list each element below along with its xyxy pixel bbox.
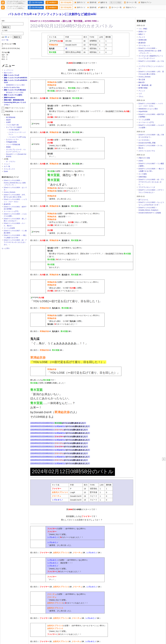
update-history-link[interactable]: アシッド <box>137 90 164 92</box>
atwiki-logo[interactable]: @ <box>1 1 5 4</box>
victory-time-link[interactable]: (2024年02月12日04時57分) <box>31 422 53 424</box>
atwiki-logo[interactable]: @ <box>1 6 5 10</box>
recent-page-link[interactable]: D2ndテストXその3831 ～絶対干渉の復讐劇～ <box>2 206 27 210</box>
header-link-new-page[interactable]: 新規作成 <box>87 6 96 9</box>
update-history-link[interactable]: 零の玉将 <box>137 78 164 81</box>
recent-page-link[interactable]: 綢ｪ綢ｿ繧ｫ <box>2 203 27 205</box>
update-history-link[interactable]: 縺「綢ｫ縺ｷ綢」綢 <box>137 84 164 86</box>
page-search-input[interactable]: ページ検索 <box>109 1 122 4</box>
update-history-link[interactable]: 綢ｪ綢ｿ繧ｫ <box>137 42 164 44</box>
tag-search-button[interactable]: 検索する <box>13 36 22 39</box>
update-history-link[interactable]: D2ndテストXその3822 ～Amiable,Advisor, Analyti… <box>137 206 164 211</box>
sidebar-menu-item[interactable]: バトロイニュースヘッドライン <box>2 131 27 136</box>
sidebar-menu-item[interactable]: バトロイ駄弁り板 <box>2 124 27 126</box>
sidebar-menu-item[interactable]: 直轄バトルロイヤルR-変幻自在 <box>2 89 27 91</box>
update-history-link[interactable]: 珠洲島有栖 <box>137 39 164 41</box>
wiki-recruit-button[interactable]: wiki募集中! <box>45 6 58 9</box>
or-radio[interactable] <box>10 36 12 38</box>
update-history-link[interactable]: D2ndテストXその3824 ～ステラソラだってやれるんだ～ <box>137 189 164 194</box>
sidebar-menu-item[interactable]: カオスバトルロイヤル <box>2 86 27 88</box>
update-history-link[interactable]: Donald-2nd/D2ndテスト語録集 <box>137 212 164 214</box>
update-history-link[interactable]: ヴァイオレット <box>137 44 164 47</box>
recent-page-link[interactable]: D2ndテストXその3832 ～ ハイウェイ・スター その1～ <box>2 198 27 203</box>
recent-page-link[interactable]: Access_Denieds <box>2 191 27 193</box>
update-history-link[interactable]: プラズマメロンソーダ <box>137 186 164 188</box>
update-history-link[interactable]: WithBOSSリクエスト受付 <box>137 108 164 110</box>
victory-time-link[interactable]: (2024年02月12日03時47分) <box>31 442 53 444</box>
sidebar-menu-item[interactable]: 変幻自在リクエスト受付 <box>2 92 27 94</box>
header-link-guide[interactable]: 操作ガイド <box>74 6 86 9</box>
wiki-name-truncated[interactable]: バトルロイヤルR＋α ファン フィクション(二次創作な... <box>7 1 26 4</box>
sidebar-menu-item[interactable]: 旧wiki <box>2 170 27 172</box>
victory-time-link[interactable]: (2024年02月12日04時33分) <box>31 429 53 431</box>
update-history-link[interactable]: 柚鳥ナツ <box>137 33 164 36</box>
wiki-recruit-button[interactable]: wiki募集中! <box>45 1 58 4</box>
recent-page-link[interactable]: D2ndテストXその3826 ～一般人でも制覇できるデ杯～ <box>2 234 27 239</box>
sidebar-menu-item[interactable]: 代理編集依頼板 <box>2 141 27 143</box>
ad-close-button[interactable]: ✕ <box>162 458 165 461</box>
update-history-link[interactable]: ルイネロの占い <box>137 139 164 141</box>
sidebar-menu-item[interactable]: 直轄バトルロイヤルR-withBOSS <box>2 77 27 79</box>
update-history-link[interactable]: D2ndテストXその3826 ～一般人でも制覇できるデ杯～ <box>137 168 164 172</box>
see-more-link[interactable]: もっと見る <box>2 247 10 250</box>
victory-time-link[interactable]: (2024年02月12日03時24分) <box>31 449 53 451</box>
sidebar-menu-item[interactable]: バトルロイヤルRP-Long <box>2 136 27 138</box>
sidebar-menu-item[interactable]: ガンダムブレイカー3 バトロイヤーズラウンジ <box>2 148 27 153</box>
update-history-link[interactable]: 安栖沢香恋 <box>137 176 164 178</box>
sidebar-menu-item[interactable]: タグ一覧 <box>2 166 27 168</box>
update-history-link[interactable]: 月影のボス全集 <box>137 157 164 159</box>
recent-page-link[interactable]: D2ndテストXその3835 ～Access_Deniedの知らない怠惰（アケデ… <box>2 180 27 186</box>
sidebar-menu-item[interactable]: キャラなりきり雑談所 <box>2 126 27 128</box>
update-history-link[interactable]: リズ <box>137 92 164 95</box>
update-history-link[interactable]: D2ndテストXその3833 ～夕方、苦汁をなめた屍人の意地～ <box>137 70 164 75</box>
header-link-edit[interactable]: 編集する <box>98 1 107 4</box>
update-history-link[interactable]: 蟷ｻ蝿?ｫ懷錘 <box>137 87 164 89</box>
victory-time-link[interactable]: (2024年02月12日04時21分) <box>31 432 53 434</box>
sidebar-menu-item[interactable]: トップページ <box>2 69 27 71</box>
sidebar-menu-item[interactable]: メンバー専用掲示板 <box>2 144 27 146</box>
victory-time-link[interactable]: (2024年02月12日04時45分) <box>31 425 53 427</box>
recent-page-link[interactable]: エーペルージュ[???] <box>2 210 27 212</box>
header-link-edit[interactable]: 編集する <box>98 6 107 9</box>
victory-time-link[interactable]: (2024年02月12日02時56分) <box>31 459 53 461</box>
victory-time-link[interactable]: (2024年02月12日03時03分) <box>31 456 53 458</box>
update-history-link[interactable]: Access_Denieds <box>137 76 164 78</box>
sidebar-menu-item[interactable]: 初めての方へ <box>2 72 27 74</box>
victory-time-link[interactable]: (2024年02月12日04時10分) <box>31 436 53 438</box>
sidebar-menu-item[interactable]: 会議室 <box>2 121 27 124</box>
sidebar-menu-item[interactable]: 直轄バトルロイヤル(無印) <box>2 94 27 96</box>
search-button[interactable]: 検索する <box>2 26 11 29</box>
sidebar-menu-item[interactable]: 愚痴板 <box>2 146 27 148</box>
update-history-link[interactable]: ヴルム <box>137 95 164 98</box>
sidebar-menu-item[interactable]: メニュー <box>2 163 27 165</box>
recent-page-link[interactable]: D2ndテストXその3833 ～夕方、苦汁をなめた屍人の意地～ <box>2 194 27 198</box>
hide-ads-button[interactable]: 広告非表示(β版) <box>28 1 44 4</box>
tag-list-link[interactable]: (タグ一覧) <box>2 39 9 41</box>
update-history-link[interactable]: D2ndテストXその3828 ～スバル、踏み台～ <box>137 144 164 149</box>
header-link-new-page[interactable]: 新規作成 <box>87 1 96 4</box>
update-history-link[interactable]: 超てんちゃん <box>137 198 164 201</box>
suggestion-box-button[interactable]: 目安箱(β版) <box>60 1 73 4</box>
recent-page-link[interactable]: D2ndテストXその3828 ～スバル、踏み台～ <box>2 222 27 227</box>
search-input[interactable] <box>2 22 23 25</box>
update-history-link[interactable]: D2ndテストXその3832 ～ ハイウェイ・スター その1～ <box>137 102 164 107</box>
update-history-link[interactable]: リル（神威） <box>137 28 164 30</box>
recent-page-link[interactable]: D2ndテストXその3834 ～まいづる～ <box>2 186 27 191</box>
update-history-link[interactable]: D2ndテストXその3825 ～続・プラズマポケモンのくせになまいきだ。～ <box>137 178 164 186</box>
update-history-link[interactable]: D2ndテストXその3829 ～遺して巣立つその日まで～ <box>137 134 164 138</box>
update-history-link[interactable]: D2ndテストXその3831 ～絶対干渉の復讐劇～ <box>137 113 164 118</box>
and-radio[interactable] <box>5 36 7 38</box>
recent-page-link[interactable]: D2ndテストXその3829 ～遺して巣立つその日まで～ <box>2 218 27 222</box>
author-cell[interactable]: 戒 <box>64 47 82 50</box>
recent-page-link[interactable]: D2ndテストXその3830 ～メルセデスの逆襲～ <box>2 213 27 218</box>
page-title[interactable]: バトルロイヤルR＋α ファンフィクション(二次創作など)総合wiki <box>0 10 166 18</box>
victory-time-link[interactable]: (2024年02月12日03時58分) <box>31 439 53 441</box>
update-history-link[interactable]: D2ndテストXその3823 ～ちょとつもうしんのねずみみうさぎ～ <box>137 201 164 206</box>
update-history-link[interactable]: oratrio <box>137 160 164 162</box>
header-link-login[interactable]: 登録/ログイン <box>138 1 151 4</box>
update-history-link[interactable]: Donald-2nd-R/隠し要素 <box>137 142 164 144</box>
update-history-link[interactable]: キャラなりきり雑談所/inグレートニューワンダーランド <box>137 55 164 60</box>
recent-page-link[interactable]: りくぐん兵器類 <box>2 227 27 229</box>
update-history-link[interactable]: D2ndテストXその3834 ～まいづる～ <box>137 60 164 65</box>
header-link-page-list[interactable]: 全ページ一覧 <box>109 6 122 9</box>
